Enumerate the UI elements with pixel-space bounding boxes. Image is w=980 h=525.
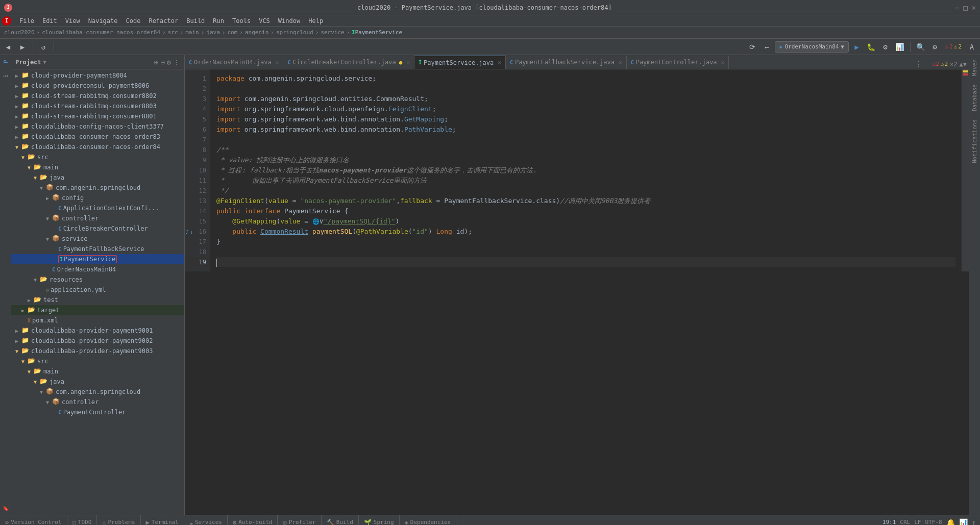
status-build[interactable]: 🔨 Build xyxy=(322,515,359,525)
project-collapse-icon[interactable]: ⊟ xyxy=(160,58,164,66)
status-terminal[interactable]: ▶ Terminal xyxy=(141,515,184,525)
project-scope-icon[interactable]: ⊞ xyxy=(154,58,158,66)
right-tab-maven[interactable]: Maven xyxy=(969,55,980,80)
tab-ordernacosmain[interactable]: C OrderNacosMain84.java × xyxy=(185,56,283,69)
tree-item-circlebreaker[interactable]: ▶ C CircleBreakerController xyxy=(11,223,184,234)
tab-paymentfallback[interactable]: C PaymentFallbackService.java × xyxy=(506,56,627,69)
expand-errors-btn[interactable]: ▲▼ xyxy=(960,61,967,68)
menu-edit[interactable]: Edit xyxy=(38,16,61,26)
tree-item-target[interactable]: ▶ 📂 target xyxy=(11,305,184,315)
bc-java[interactable]: java xyxy=(206,29,220,36)
bc-springcloud[interactable]: springcloud xyxy=(276,29,313,36)
menu-navigate[interactable]: Navigate xyxy=(84,16,122,26)
status-spring[interactable]: 🌱 Spring xyxy=(359,515,400,525)
tree-item-appyml[interactable]: ▶ ⚙ application.yml xyxy=(11,285,184,295)
tree-item-pomxml[interactable]: ▶ X pom.xml xyxy=(11,315,184,326)
tab-close-controller[interactable]: × xyxy=(721,59,725,66)
project-gear-icon[interactable]: ⋮ xyxy=(173,58,180,66)
status-todo[interactable]: ☑ TODO xyxy=(67,515,97,525)
tab-paymentservice[interactable]: I PaymentService.java × xyxy=(414,56,506,69)
tb-debug[interactable]: 🐛 xyxy=(865,41,877,53)
tab-circlebreaker[interactable]: C CircleBreakerController.java ● × xyxy=(283,56,414,69)
tree-item-resources[interactable]: ▼ 📂 resources xyxy=(11,274,184,285)
menu-run[interactable]: Run xyxy=(209,16,228,26)
menu-window[interactable]: Window xyxy=(274,16,304,26)
status-dependencies[interactable]: ◈ Dependencies xyxy=(400,515,457,525)
tree-item-fallback[interactable]: ▶ C PaymentFallbackService xyxy=(11,244,184,254)
run-config-dropdown[interactable]: ▶ OrderNacosMain84 ▼ xyxy=(775,41,848,53)
tb-forward[interactable]: ▶ xyxy=(16,41,29,53)
status-autobuild[interactable]: ⚙ Auto-build xyxy=(228,515,278,525)
tree-item-payment9002[interactable]: ▶ 📁 cloudalibaba-provider-payment9002 xyxy=(11,336,184,346)
tree-item-consumer8803[interactable]: ▶ 📁 cloud-stream-rabbitmq-consumer8803 xyxy=(11,101,184,111)
tree-item-payment8004[interactable]: ▶ 📁 cloud-provider-payment8004 xyxy=(11,70,184,81)
bc-cloud2020[interactable]: cloud2020 xyxy=(4,29,35,36)
tree-item-pkg9003[interactable]: ▼ 📦 com.angenin.springcloud xyxy=(11,387,184,397)
utf8-indicator[interactable]: UTF-8 xyxy=(925,519,942,525)
notification-icon[interactable]: 🔔 xyxy=(946,518,955,526)
tb-sync[interactable]: ⟳ xyxy=(746,41,758,53)
tb-nav-back[interactable]: ← xyxy=(761,41,773,53)
status-problems[interactable]: ⚠ Problems xyxy=(97,515,140,525)
bc-com[interactable]: com xyxy=(227,29,237,36)
tree-item-order84[interactable]: ▼ 📂 cloudalibaba-consumer-nacos-order84 xyxy=(11,142,184,152)
menu-refactor[interactable]: Refactor xyxy=(144,16,182,26)
tab-close-ordernacos[interactable]: × xyxy=(276,59,279,66)
menu-view[interactable]: View xyxy=(61,16,84,26)
tree-item-controller[interactable]: ▼ 📦 controller xyxy=(11,213,184,223)
status-version-control[interactable]: ⊘ Version Control xyxy=(0,515,67,525)
tree-item-payment8006[interactable]: ▶ 📁 cloud-providerconsul-payment8006 xyxy=(11,81,184,91)
right-tab-database[interactable]: Database xyxy=(969,80,980,115)
tb-search[interactable]: 🔍 xyxy=(915,41,927,53)
tree-item-consumer8802[interactable]: ▶ 📁 cloud-stream-rabbitmq-consumer8802 xyxy=(11,91,184,101)
tree-item-test[interactable]: ▶ 📂 test xyxy=(11,295,184,305)
tb-translation[interactable]: A xyxy=(966,41,978,53)
menu-vcs[interactable]: VCS xyxy=(255,16,274,26)
menu-build[interactable]: Build xyxy=(182,16,209,26)
right-tab-notifications[interactable]: Notifications xyxy=(969,115,980,167)
tree-item-payment9001[interactable]: ▶ 📁 cloudalibaba-provider-payment9001 xyxy=(11,326,184,336)
tree-item-config[interactable]: ▶ 📦 config xyxy=(11,193,184,203)
tree-item-java[interactable]: ▼ 📂 java xyxy=(11,172,184,183)
tb-coverage[interactable]: 📊 xyxy=(894,41,906,53)
bookmarks-icon[interactable]: 🔖 xyxy=(1,504,10,513)
close-btn[interactable]: × xyxy=(972,4,976,12)
menu-help[interactable]: Help xyxy=(304,16,327,26)
bc-main[interactable]: main xyxy=(185,29,199,36)
tab-paymentcontroller[interactable]: C PaymentController.java × xyxy=(627,56,729,69)
status-services[interactable]: ☁ Services xyxy=(184,515,228,525)
menu-tools[interactable]: Tools xyxy=(228,16,255,26)
tree-item-main[interactable]: ▼ 📂 main xyxy=(11,162,184,172)
lf-indicator[interactable]: LF xyxy=(914,519,921,525)
maximize-btn[interactable]: □ xyxy=(963,4,967,12)
status-profiler[interactable]: ◎ Profiler xyxy=(278,515,321,525)
tree-item-service[interactable]: ▼ 📦 service xyxy=(11,234,184,244)
tb-run[interactable]: ▶ xyxy=(851,41,863,53)
menu-code[interactable]: Code xyxy=(122,16,145,26)
tree-item-main9003[interactable]: ▼ 📂 main xyxy=(11,366,184,377)
bc-module[interactable]: cloudalibaba-consumer-nacos-order84 xyxy=(42,29,160,36)
tree-item-src[interactable]: ▼ 📂 src xyxy=(11,152,184,162)
bc-service[interactable]: service xyxy=(321,29,344,36)
editor-code[interactable]: 1 2 3 4 5 6 7 8 9 10 11 12 13 14 xyxy=(185,69,969,515)
project-dropdown-arrow[interactable]: ▼ xyxy=(43,59,46,65)
tree-item-appcontextconfig[interactable]: ▶ C ApplicationContextConfi... xyxy=(11,203,184,213)
tab-overflow-btn[interactable]: ⋮ xyxy=(914,59,922,69)
project-tab-icon[interactable]: P xyxy=(1,57,10,66)
tree-item-paymentctrl[interactable]: ▶ C PaymentController xyxy=(11,407,184,417)
tree-item-java9003[interactable]: ▼ 📂 java xyxy=(11,377,184,387)
code-content[interactable]: package com.angenin.springcloud.service;… xyxy=(210,69,962,271)
menu-file[interactable]: File xyxy=(15,16,38,26)
tab-close-fallback[interactable]: × xyxy=(619,59,622,66)
tree-item-order83[interactable]: ▶ 📁 cloudalibaba-consumer-nacos-order83 xyxy=(11,132,184,142)
structure-tab-icon[interactable]: S xyxy=(1,71,10,81)
tree-item-ctrl9003[interactable]: ▼ 📦 controller xyxy=(11,397,184,407)
bc-angenin[interactable]: angenin xyxy=(245,29,268,36)
memory-indicator[interactable]: ↑ xyxy=(972,518,976,526)
tree-item-src9003[interactable]: ▼ 📂 src xyxy=(11,356,184,366)
collapse-errors-btn[interactable]: ×2 xyxy=(950,61,957,68)
bc-src[interactable]: src xyxy=(168,29,178,36)
window-controls[interactable]: − □ × xyxy=(955,4,976,12)
event-log-icon[interactable]: 📊 xyxy=(959,518,968,526)
project-settings-icon[interactable]: ⚙ xyxy=(167,58,171,66)
